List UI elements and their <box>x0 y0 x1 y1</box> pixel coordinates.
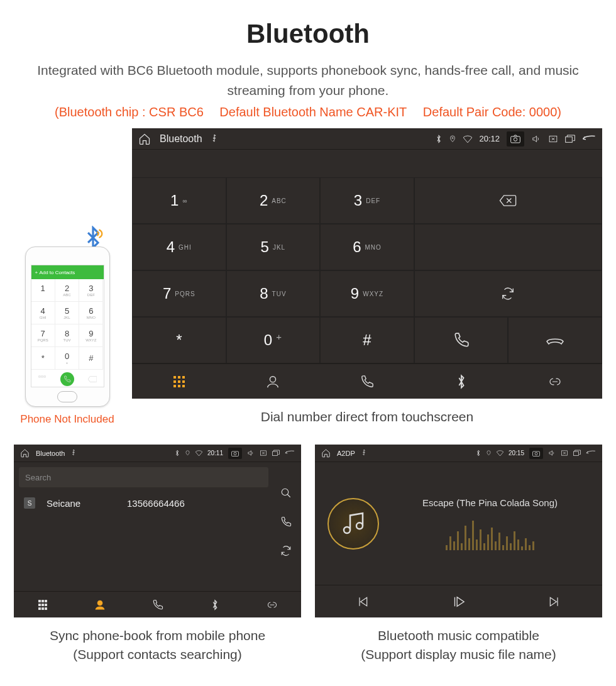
bt-icon <box>476 450 481 456</box>
spec-code: Default Pair Code: 0000) <box>423 105 561 119</box>
music-screen: A2DP 20:15 <box>315 445 602 617</box>
back-icon[interactable] <box>582 135 596 143</box>
spec-name: Default Bluetooth Name CAR-KIT <box>219 105 407 119</box>
key-8[interactable]: 8TUV <box>226 270 321 317</box>
windows-icon[interactable] <box>272 450 280 456</box>
location-icon <box>185 450 190 456</box>
svg-point-16 <box>535 452 537 455</box>
key-backspace[interactable] <box>414 177 602 224</box>
specs-line: (Bluetooth chip : CSR BC6 Default Blueto… <box>14 105 602 119</box>
next-button[interactable] <box>548 595 561 608</box>
key-star[interactable]: * <box>132 317 226 363</box>
phone-not-included-label: Phone Not Included <box>20 413 114 426</box>
key-1[interactable]: 1∞ <box>132 177 226 224</box>
contact-avatar: S <box>24 497 35 509</box>
tab-pair[interactable] <box>244 592 301 617</box>
statusbar: Bluetooth 20:12 <box>132 128 602 150</box>
phone-mock: + Add to Contacts 1 2ABC3DEF 4GHI5JKL6MN… <box>14 226 121 426</box>
tab-bluetooth[interactable] <box>186 592 243 617</box>
play-button[interactable] <box>451 595 465 609</box>
status-time: 20:12 <box>479 134 500 143</box>
key-hangup[interactable] <box>508 317 602 363</box>
spec-chip: (Bluetooth chip : CSR BC6 <box>55 105 204 119</box>
status-time: 20:11 <box>207 450 223 456</box>
windows-icon[interactable] <box>573 450 581 456</box>
tab-history[interactable] <box>129 592 186 617</box>
close-icon[interactable] <box>561 450 568 456</box>
location-icon <box>486 450 492 456</box>
close-icon[interactable] <box>548 135 558 143</box>
svg-point-8 <box>270 376 276 382</box>
key-0[interactable]: 0+ <box>226 317 321 363</box>
key-6[interactable]: 6MNO <box>320 224 414 270</box>
usb-icon <box>211 135 217 143</box>
search-input[interactable]: Search <box>19 467 268 487</box>
tab-dialpad[interactable] <box>14 592 71 617</box>
close-icon[interactable] <box>260 450 267 456</box>
contacts-caption: Sync phone-book from mobile phone(Suppor… <box>14 626 301 663</box>
music-caption: Bluetooth music compatible(Support displ… <box>315 626 602 663</box>
camera-icon[interactable] <box>532 450 540 456</box>
key-call[interactable] <box>414 317 509 363</box>
tab-contacts[interactable] <box>71 592 128 617</box>
dialer-caption: Dial number direct from touchscreen <box>132 407 602 426</box>
wifi-icon <box>497 450 503 456</box>
key-4[interactable]: 4GHI <box>132 224 226 270</box>
svg-rect-7 <box>566 136 573 142</box>
camera-icon[interactable] <box>231 450 239 456</box>
tab-dialpad[interactable] <box>132 364 226 399</box>
album-art-icon <box>327 498 379 550</box>
sync-icon[interactable] <box>280 545 292 556</box>
tab-bluetooth[interactable] <box>414 364 509 399</box>
page-subtitle: Integrated with BC6 Bluetooth module, su… <box>14 60 602 100</box>
bt-icon <box>436 135 442 143</box>
back-icon[interactable] <box>586 450 596 456</box>
svg-point-13 <box>282 489 289 496</box>
home-icon[interactable] <box>321 448 331 458</box>
tab-pair[interactable] <box>508 364 602 399</box>
contacts-screen: Bluetooth 20:11 <box>14 445 301 617</box>
track-title: Escape (The Pina Colada Song) <box>390 497 590 508</box>
key-3[interactable]: 3DEF <box>320 177 414 224</box>
volume-icon[interactable] <box>548 450 556 456</box>
key-9[interactable]: 9WXYZ <box>320 270 414 317</box>
bt-icon <box>175 450 180 456</box>
key-blank <box>414 224 602 270</box>
svg-point-5 <box>514 138 517 141</box>
dial-display <box>132 150 602 177</box>
svg-rect-18 <box>574 451 579 456</box>
key-2[interactable]: 2ABC <box>226 177 321 224</box>
usb-icon <box>361 450 366 456</box>
back-icon[interactable] <box>285 450 295 456</box>
status-time: 20:15 <box>509 450 524 456</box>
home-icon[interactable] <box>20 448 30 458</box>
phone-add-label: Add to Contacts <box>39 270 75 275</box>
phone-call-icon <box>60 372 74 386</box>
key-5[interactable]: 5JKL <box>226 224 321 270</box>
page-title: Bluetooth <box>14 19 602 49</box>
volume-icon[interactable] <box>247 450 255 456</box>
svg-rect-0 <box>39 376 40 377</box>
contact-row[interactable]: S Seicane 13566664466 <box>14 492 301 514</box>
dialer-screen: Bluetooth 20:12 <box>132 128 602 399</box>
svg-rect-2 <box>44 376 45 377</box>
camera-icon[interactable] <box>510 135 520 143</box>
key-hash[interactable]: # <box>320 317 414 363</box>
svg-point-14 <box>97 600 102 606</box>
home-icon[interactable] <box>138 133 151 145</box>
prev-button[interactable] <box>356 595 369 608</box>
key-7[interactable]: 7PQRS <box>132 270 226 317</box>
svg-rect-1 <box>41 376 43 377</box>
volume-icon[interactable] <box>531 135 541 143</box>
equalizer-icon <box>390 516 590 550</box>
svg-rect-12 <box>273 451 278 456</box>
status-title: Bluetooth <box>160 133 202 145</box>
status-title: A2DP <box>337 450 355 457</box>
tab-history[interactable] <box>320 364 414 399</box>
call-icon[interactable] <box>280 516 292 528</box>
search-icon[interactable] <box>280 487 292 499</box>
tab-contacts[interactable] <box>226 364 321 399</box>
windows-icon[interactable] <box>565 135 575 143</box>
phone-keypad-icon <box>38 375 47 384</box>
key-redial[interactable] <box>414 270 602 317</box>
